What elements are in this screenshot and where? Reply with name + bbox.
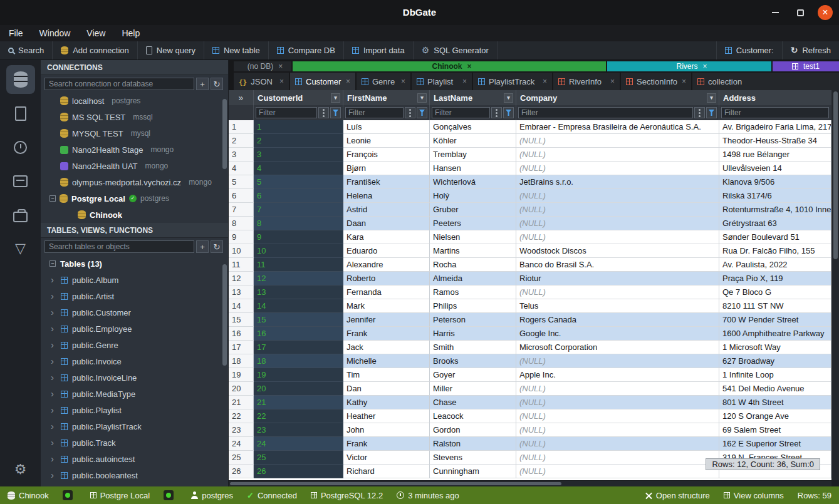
status-item[interactable]: PostgreSQL 12.2: [311, 491, 383, 500]
grid-corner-button[interactable]: »: [229, 90, 254, 105]
firstname-cell[interactable]: Heather: [343, 409, 430, 423]
grid-vertical-scrollbar[interactable]: [831, 90, 839, 480]
table-tree-item[interactable]: public.PlaylistTrack: [41, 418, 228, 435]
vertical-scroll-thumb[interactable]: [833, 91, 838, 259]
lastname-cell[interactable]: Ramos: [430, 285, 516, 299]
column-header[interactable]: CustomerId: [254, 90, 343, 105]
expander-icon[interactable]: [50, 179, 56, 186]
lastname-cell[interactable]: Gruber: [430, 203, 516, 217]
row-number-cell[interactable]: 1: [229, 120, 254, 134]
firstname-cell[interactable]: Bjørn: [343, 162, 430, 175]
customerid-cell[interactable]: 10: [254, 244, 343, 258]
lastname-cell[interactable]: Philips: [430, 299, 516, 313]
close-icon[interactable]: ×: [467, 62, 471, 71]
company-cell[interactable]: Riotur: [516, 272, 719, 285]
sidebar-nav-button[interactable]: [6, 200, 35, 229]
column-dropdown-button[interactable]: [417, 93, 427, 103]
document-tab[interactable]: JSON ×: [234, 73, 289, 90]
sidebar-nav-button[interactable]: [6, 99, 35, 128]
tables-search-input[interactable]: [44, 240, 194, 253]
connection-item[interactable]: MS SQL TEST mssql: [41, 109, 228, 125]
table-row[interactable]: 6 6 Helena Holý (NULL) Rilská 3174/6: [229, 189, 831, 203]
table-row[interactable]: 10 10 Eduardo Martins Woodstock Discos R…: [229, 244, 831, 258]
filter-menu-button[interactable]: [694, 107, 705, 118]
filter-menu-button[interactable]: [405, 107, 415, 118]
firstname-cell[interactable]: François: [343, 148, 430, 162]
sidebar-nav-button[interactable]: [6, 234, 35, 263]
close-icon[interactable]: ×: [346, 77, 350, 86]
address-cell[interactable]: Av. Paulista, 2022: [719, 258, 831, 272]
expander-icon[interactable]: [50, 114, 56, 121]
refresh-tables-button[interactable]: ↻: [211, 240, 223, 253]
company-cell[interactable]: (NULL): [516, 189, 719, 203]
sidebar-nav-button[interactable]: [6, 133, 35, 162]
row-number-cell[interactable]: 19: [229, 368, 254, 382]
filter-input[interactable]: [432, 107, 490, 118]
close-icon[interactable]: ×: [279, 77, 284, 86]
customerid-cell[interactable]: 11: [254, 258, 343, 272]
company-cell[interactable]: (NULL): [516, 354, 719, 368]
sidebar-nav-button[interactable]: [6, 65, 35, 94]
filter-input[interactable]: [345, 107, 404, 118]
chevron-right-icon[interactable]: [51, 340, 56, 350]
table-row[interactable]: 9 9 Kara Nielsen (NULL) Sønder Boulevard…: [229, 230, 831, 244]
chevron-right-icon[interactable]: [51, 291, 56, 301]
chevron-right-icon[interactable]: [51, 421, 56, 431]
customerid-cell[interactable]: 9: [254, 230, 343, 244]
company-cell[interactable]: (NULL): [516, 465, 719, 478]
toolbar-button[interactable]: Import data: [344, 41, 414, 59]
customerid-cell[interactable]: 24: [254, 437, 343, 451]
table-row[interactable]: 4 4 Bjørn Hansen (NULL) Ullevålsveien 14: [229, 162, 831, 175]
company-cell[interactable]: Banco do Brasil S.A.: [516, 258, 719, 272]
table-row[interactable]: 19 19 Tim Goyer Apple Inc. 1 Infinite Lo…: [229, 368, 831, 382]
row-number-cell[interactable]: 4: [229, 162, 254, 175]
lastname-cell[interactable]: Cunningham: [430, 465, 516, 478]
menu-item[interactable]: Window: [39, 28, 71, 38]
firstname-cell[interactable]: Luís: [343, 120, 430, 134]
firstname-cell[interactable]: Eduardo: [343, 244, 430, 258]
address-cell[interactable]: Grétrystraat 63: [719, 217, 831, 230]
connection-item[interactable]: localhost postgres: [41, 93, 228, 109]
table-tree-item[interactable]: public.Customer: [41, 304, 228, 321]
address-cell[interactable]: Ullevålsveien 14: [719, 162, 831, 175]
company-cell[interactable]: (NULL): [516, 162, 719, 175]
firstname-cell[interactable]: Frank: [343, 437, 430, 451]
firstname-cell[interactable]: Fernanda: [343, 285, 430, 299]
table-row[interactable]: 18 18 Michelle Brooks (NULL) 627 Broadwa…: [229, 354, 831, 368]
lastname-cell[interactable]: Wichterlová: [430, 175, 516, 189]
menu-item[interactable]: Help: [122, 28, 140, 38]
firstname-cell[interactable]: Tim: [343, 368, 430, 382]
refresh-connections-button[interactable]: ↻: [211, 78, 223, 90]
table-tree-item[interactable]: public.Genre: [41, 337, 228, 353]
table-row[interactable]: 22 22 Heather Leacock (NULL) 120 S Orang…: [229, 409, 831, 423]
connections-search-input[interactable]: [44, 78, 194, 90]
status-item[interactable]: Connected: [247, 491, 297, 500]
tables-scrollbar[interactable]: [222, 264, 227, 366]
customerid-cell[interactable]: 6: [254, 189, 343, 203]
firstname-cell[interactable]: Jack: [343, 341, 430, 354]
lastname-cell[interactable]: Gordon: [430, 423, 516, 437]
company-cell[interactable]: (NULL): [516, 148, 719, 162]
customerid-cell[interactable]: 17: [254, 341, 343, 354]
filter-menu-button[interactable]: [491, 107, 502, 118]
address-cell[interactable]: 120 S Orange Ave: [719, 409, 831, 423]
customerid-cell[interactable]: 14: [254, 299, 343, 313]
connection-item[interactable]: Postgre Local postgres: [41, 190, 228, 207]
row-number-cell[interactable]: 22: [229, 409, 254, 423]
customerid-cell[interactable]: 15: [254, 313, 343, 327]
menu-item[interactable]: View: [86, 28, 105, 38]
address-cell[interactable]: 1600 Amphitheatre Parkway: [719, 327, 831, 341]
table-row[interactable]: 21 21 Kathy Chase (NULL) 801 W 4th Stree…: [229, 396, 831, 409]
table-row[interactable]: 7 7 Astrid Gruber (NULL) Rotenturmstraße…: [229, 203, 831, 217]
connection-item[interactable]: olympus-medportal.vychozi.cz mongo: [41, 174, 228, 190]
grid-horizontal-scrollbar[interactable]: [229, 480, 831, 486]
document-tab[interactable]: Customer ×: [290, 73, 355, 90]
row-number-cell[interactable]: 25: [229, 451, 254, 465]
column-header[interactable]: FirstName: [343, 90, 430, 105]
lastname-cell[interactable]: Smith: [430, 341, 516, 354]
table-row[interactable]: 3 3 François Tremblay (NULL) 1498 rue Bé…: [229, 148, 831, 162]
status-item[interactable]: [164, 490, 177, 500]
table-row[interactable]: 8 8 Daan Peeters (NULL) Grétrystraat 63: [229, 217, 831, 230]
status-item[interactable]: [63, 490, 76, 500]
table-row[interactable]: 2 2 Leonie Köhler (NULL) Theodor-Heuss-S…: [229, 134, 831, 148]
